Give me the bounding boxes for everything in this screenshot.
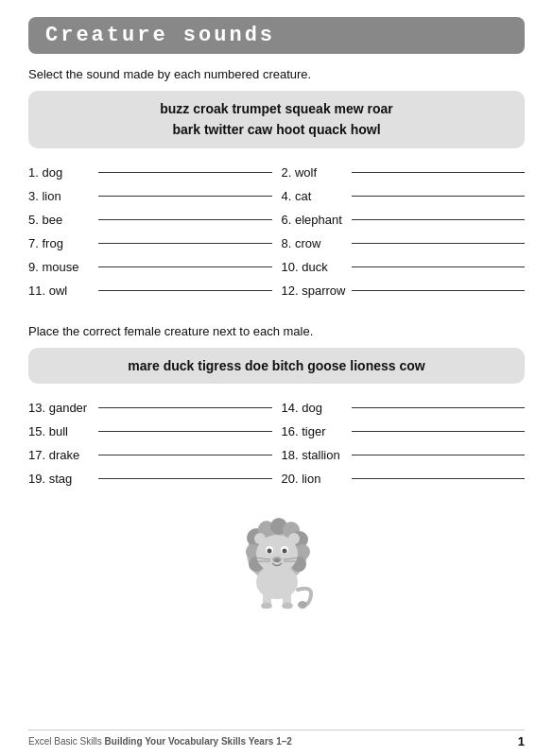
item-label: 11. owl	[28, 284, 95, 298]
item-label: 3. lion	[28, 189, 95, 203]
answer-line[interactable]	[98, 478, 272, 479]
answer-line[interactable]	[98, 455, 272, 455]
page-title: Creature sounds	[45, 24, 508, 47]
item-label: 16. tiger	[282, 424, 348, 438]
item-label: 19. stag	[28, 472, 95, 486]
section1-wordbox: buzz croak trumpet squeak mew roar bark …	[28, 91, 525, 148]
svg-point-12	[254, 533, 266, 544]
item-label: 13. gander	[28, 401, 95, 415]
item-label: 15. bull	[28, 424, 95, 438]
answer-line[interactable]	[98, 290, 272, 291]
title-bar: Creature sounds	[28, 17, 525, 54]
lion-svg	[225, 505, 329, 609]
item-label: 8. crow	[282, 236, 348, 250]
svg-point-19	[274, 558, 280, 562]
lion-image	[28, 505, 525, 609]
list-item: 14. dog	[282, 401, 526, 415]
item-label: 1. dog	[28, 165, 95, 180]
item-label: 4. cat	[282, 189, 348, 203]
answer-line[interactable]	[352, 172, 526, 173]
list-item: 7. frog	[28, 236, 272, 250]
list-item: 13. gander	[28, 401, 272, 415]
answer-line[interactable]	[352, 431, 526, 432]
answer-line[interactable]	[98, 172, 272, 173]
answer-line[interactable]	[352, 407, 526, 408]
item-label: 9. mouse	[28, 260, 95, 274]
answer-line[interactable]	[352, 243, 526, 244]
item-label: 7. frog	[28, 236, 95, 250]
svg-point-17	[282, 549, 286, 554]
list-item: 16. tiger	[282, 424, 526, 438]
list-item: 9. mouse	[28, 260, 272, 274]
section1-wordbox-line2: bark twitter caw hoot quack howl	[45, 119, 508, 140]
answer-line[interactable]	[352, 196, 526, 197]
section1-grid: 1. dog 2. wolf 3. lion 4. cat 5. bee 6. …	[28, 165, 525, 307]
footer-left: Excel Basic Skills Building Your Vocabul…	[28, 736, 292, 747]
item-label: 18. stallion	[282, 448, 348, 462]
item-label: 17. drake	[28, 448, 95, 462]
list-item: 4. cat	[282, 189, 526, 203]
svg-point-16	[267, 549, 271, 554]
section2-grid: 13. gander 14. dog 15. bull 16. tiger 17…	[28, 401, 525, 495]
list-item: 11. owl	[28, 284, 272, 298]
section1-instruction: Select the sound made by each numbered c…	[28, 67, 525, 81]
answer-line[interactable]	[352, 478, 526, 479]
item-label: 5. bee	[28, 213, 95, 227]
answer-line[interactable]	[352, 455, 526, 455]
list-item: 20. lion	[282, 472, 526, 486]
list-item: 6. elephant	[282, 213, 526, 227]
answer-line[interactable]	[98, 196, 272, 197]
section2-instruction: Place the correct female creature next t…	[28, 324, 525, 338]
answer-line[interactable]	[98, 407, 272, 408]
answer-line[interactable]	[98, 219, 272, 220]
item-label: 14. dog	[282, 401, 348, 415]
list-item: 5. bee	[28, 213, 272, 227]
list-item: 17. drake	[28, 448, 272, 462]
footer-page-number: 1	[518, 734, 525, 748]
answer-line[interactable]	[352, 266, 526, 267]
list-item: 10. duck	[282, 260, 526, 274]
item-label: 10. duck	[282, 260, 348, 274]
list-item: 2. wolf	[282, 165, 526, 180]
svg-point-13	[288, 533, 300, 544]
item-label: 12. sparrow	[282, 284, 348, 298]
list-item: 18. stallion	[282, 448, 526, 462]
list-item: 15. bull	[28, 424, 272, 438]
answer-line[interactable]	[352, 219, 526, 220]
list-item: 3. lion	[28, 189, 272, 203]
svg-point-28	[298, 601, 307, 609]
list-item: 12. sparrow	[282, 284, 526, 298]
list-item: 8. crow	[282, 236, 526, 250]
item-label: 6. elephant	[282, 213, 348, 227]
answer-line[interactable]	[98, 266, 272, 267]
page: Creature sounds Select the sound made by…	[0, 0, 553, 756]
list-item: 19. stag	[28, 472, 272, 486]
section2-wordbox: mare duck tigress doe bitch goose liones…	[28, 348, 525, 384]
list-item: 1. dog	[28, 165, 272, 180]
item-label: 20. lion	[282, 472, 348, 486]
answer-line[interactable]	[98, 243, 272, 244]
answer-line[interactable]	[98, 431, 272, 432]
answer-line[interactable]	[352, 290, 526, 291]
footer: Excel Basic Skills Building Your Vocabul…	[28, 730, 525, 748]
section1-wordbox-line1: buzz croak trumpet squeak mew roar	[45, 98, 508, 119]
section2-wordbox-line1: mare duck tigress doe bitch goose liones…	[45, 355, 508, 376]
item-label: 2. wolf	[282, 165, 348, 180]
